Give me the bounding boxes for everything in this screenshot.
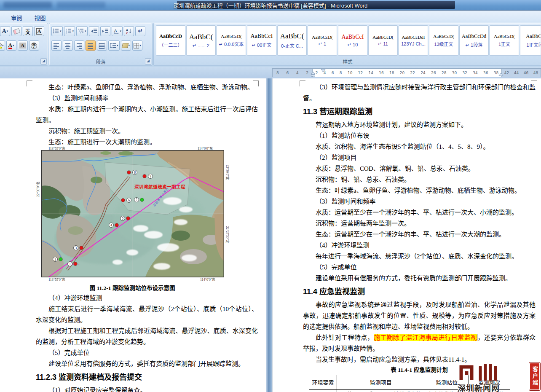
style-name: ↵ 00正文 <box>252 41 272 48</box>
text-highlight-color-button[interactable]: ▾ <box>0 40 5 51</box>
style-card[interactable]: AaBbC(0-正文 C... <box>277 25 307 56</box>
map-coordinate-label: 114°0′0″东 <box>200 277 215 282</box>
style-card[interactable]: AaBbCcD(↵ 1 <box>308 25 337 56</box>
tab-review[interactable]: 审阅 <box>6 13 27 23</box>
show-formatting-marks-button[interactable]: ↵ <box>135 26 145 36</box>
map-coordinate-label: 22°30′0″北 <box>35 182 40 197</box>
section-heading: 11.2.3 监测资料建档及报告提交 <box>36 371 258 383</box>
highlighted-text: 施工期除了湛江海事局进行日常监视 <box>374 334 477 341</box>
asian-layout-button[interactable]: A▾ <box>112 26 123 36</box>
body-paragraph: 生态：叶绿素a、鱼卵仔鱼、浮游植物、浮游动物、底栖生物、游泳动物。 <box>303 185 536 196</box>
paragraph-dialog-launcher[interactable]: ◢ <box>145 58 151 64</box>
ruler-number: 2 <box>306 71 308 75</box>
clear-formatting-button[interactable] <box>11 26 21 36</box>
numbering-button[interactable]: ▾ <box>64 26 75 36</box>
justify-button[interactable] <box>86 40 96 51</box>
style-card[interactable]: AaBbC(↵ ...... 2 <box>186 25 216 56</box>
shading-button[interactable]: ▾ <box>121 40 131 51</box>
sort-button[interactable]: AZ <box>124 26 134 36</box>
body-paragraph: （2）监测项目 <box>303 152 536 163</box>
style-sample: AaBbCcI <box>251 33 273 40</box>
style-card[interactable]: AaBbCcI↵ 00正文 <box>247 25 276 56</box>
style-card[interactable]: AaBbCcD(13级正文 <box>429 25 458 56</box>
decrease-indent-button[interactable] <box>89 26 99 36</box>
bullets-button[interactable]: ▾ <box>51 26 63 36</box>
ruler-number: 38 <box>494 71 498 75</box>
body-paragraph: 生态：运营期至少在一个潮汐年的丰、平、枯进行一次大潮的监测。 <box>303 229 536 240</box>
ruler-number: 14 <box>368 71 373 75</box>
multilevel-list-button[interactable]: ▾ <box>76 26 88 36</box>
style-card[interactable]: AaBbCcD（一二三） <box>156 25 185 56</box>
font-color-button[interactable]: A▾ <box>6 40 16 51</box>
align-right-button[interactable] <box>74 40 84 51</box>
align-left-button[interactable] <box>51 40 62 51</box>
ruler-number: 18 <box>389 71 394 75</box>
tracking-stations-figure: 深圳湾航道疏浚一期工程 深圳香港分界线 123456789 113°55′0″东… <box>36 150 258 292</box>
ruler-number: 48 <box>533 71 538 75</box>
character-border-button[interactable]: A <box>34 26 44 36</box>
style-name: 1正文段 <box>526 41 541 48</box>
style-card[interactable]: AaBbCcD(1正文 <box>490 25 519 56</box>
character-shading-button[interactable]: A <box>18 40 28 51</box>
style-name: ↵ 1 <box>319 41 326 47</box>
style-card[interactable]: AaBbCcDdI123YJ Ch... <box>399 25 428 56</box>
section-heading: 11.4 应急监视监测 <box>303 286 536 298</box>
window-title: 深圳湾航道疏浚工程（一期）环境影响报告书送审稿 [兼容模式] - Microso… <box>0 1 541 9</box>
enclose-characters-button[interactable]: 字 <box>29 40 39 51</box>
font-dialog-launcher[interactable]: ◢ <box>40 58 47 64</box>
font-group: A▾wén文A ▾A▾A字 ◢ <box>0 23 48 66</box>
style-card[interactable]: AaBbCcD(↵ 0.0.0文本 <box>217 25 246 56</box>
tab-view[interactable]: 视图 <box>29 13 51 23</box>
body-paragraph: 水质：施工期内进行一个潮期的大、小潮监测。施工结束后进行一次后评估监测。 <box>36 104 258 126</box>
phonetic-guide-button[interactable]: wén文 <box>23 26 33 36</box>
style-sample: AaBbCcD( <box>312 35 333 40</box>
title-bar: 深圳湾航道疏浚工程（一期）环境影响报告书送审稿 [兼容模式] - Microso… <box>0 0 541 11</box>
right-indent-marker[interactable] <box>498 72 504 76</box>
table-cell: 水质 <box>309 390 337 392</box>
first-line-indent-marker[interactable] <box>321 69 326 72</box>
align-center-button[interactable] <box>63 40 73 51</box>
table-header-cell: 监测项目 <box>337 375 425 390</box>
body-paragraph: 营运期纳入地方环境监测计划，建议的监测方案如下。 <box>303 119 536 130</box>
window-split-bar[interactable] <box>266 78 272 392</box>
style-sample: AaBbC( <box>280 32 304 40</box>
ruler-number: 12 <box>358 71 363 75</box>
horizontal-ruler[interactable]: 8642 2468101214161820222426283032343638 … <box>272 68 541 77</box>
increase-indent-button[interactable] <box>100 26 110 36</box>
map-graphic: 深圳湾航道疏浚一期工程 深圳香港分界线 123456789 <box>42 150 224 277</box>
text-boundary-mark <box>27 81 32 86</box>
styles-group: AaBbCcD（一二三）AaBbC(↵ ...... 2AaBbCcD(↵ 0.… <box>153 23 541 66</box>
borders-button[interactable]: ▾ <box>132 40 142 51</box>
ruler-bar: 8642 2468101214161820222426283032343638 … <box>0 67 541 78</box>
style-name: ↵ 10 <box>348 42 358 48</box>
style-card[interactable]: AaBbCcI↵ 10 <box>338 25 367 56</box>
document-page-right[interactable]: （3）环境管理与监测情况应随时接受海洋行政主管部门和环保部门的检查和监督。11.… <box>272 78 541 392</box>
body-paragraph: 施工结束后进行一季海域海流、悬浮泥沙（2个站位）、底质（10个站位）、水深变化的… <box>36 303 258 325</box>
body-paragraph: （1）监测站位布设 <box>303 130 536 141</box>
style-name: （一二三） <box>159 41 182 48</box>
svg-text:2: 2 <box>54 258 56 261</box>
svg-text:3: 3 <box>75 246 77 250</box>
style-name: ↵ 11 <box>378 41 388 47</box>
document-page-left[interactable]: 生态：叶绿素a、鱼卵仔鱼、浮游植物、浮游动物、底栖生物、游泳动物。（3）监测时间… <box>0 78 266 392</box>
ruler-number: 22 <box>410 71 415 75</box>
body-paragraph: 水质：悬浮物、COD、溶解氧、铜、铅、总汞、石油类。 <box>303 163 536 174</box>
body-paragraph: 每年进行一季海域海流、悬浮泥沙（2个站位）、底质、水深变化的监测。 <box>303 251 536 262</box>
style-name: 1正文 <box>498 40 510 47</box>
style-sample: AaBbCcD( <box>221 34 242 39</box>
body-paragraph: （3）监测时间和频率 <box>36 93 258 104</box>
hanging-indent-marker[interactable] <box>311 72 316 77</box>
body-paragraph: 生态：叶绿素a、鱼卵仔鱼、浮游植物、浮游动物、底栖生物、游泳动物。 <box>36 82 258 93</box>
map-coordinate-label: 113°55′0″东 <box>48 146 65 150</box>
style-card[interactable]: AaBbCcDd↵ 1段落 <box>459 25 489 56</box>
line-spacing-button[interactable]: ▾ <box>108 40 120 51</box>
svg-text:Z: Z <box>126 32 128 35</box>
ruler-number: 20 <box>400 71 404 75</box>
distributed-button[interactable] <box>97 40 107 51</box>
style-card[interactable]: AaBbC(1正文段 <box>520 25 541 56</box>
body-paragraph: （5）完成单位 <box>303 262 536 273</box>
ruler-number: 36 <box>483 71 488 75</box>
style-card[interactable]: AaBbCcD(↵ 11 <box>368 25 398 56</box>
style-sample: AaBbC( <box>189 33 213 41</box>
grow-shrink-font-button[interactable]: A▾ <box>0 26 10 36</box>
